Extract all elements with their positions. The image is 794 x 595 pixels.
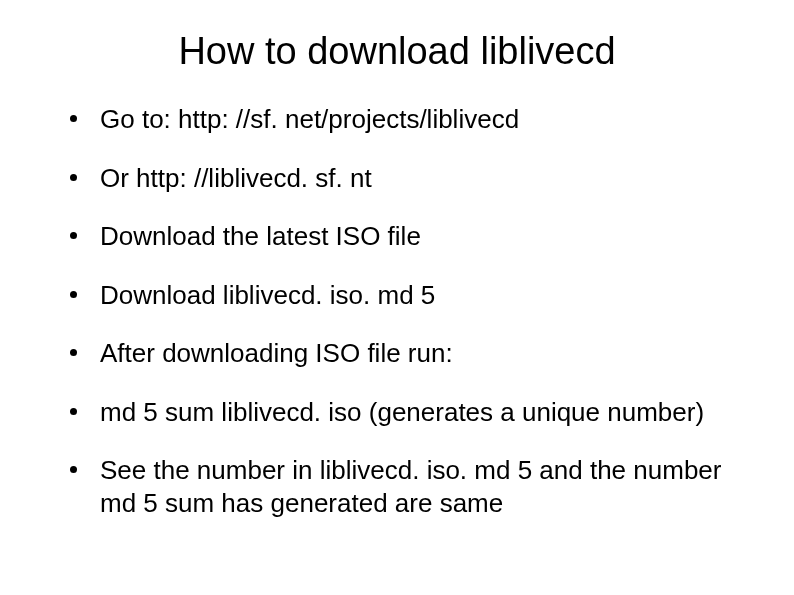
list-item: After downloading ISO file run:	[70, 337, 744, 370]
list-item: Or http: //liblivecd. sf. nt	[70, 162, 744, 195]
list-item: Download liblivecd. iso. md 5	[70, 279, 744, 312]
list-item: See the number in liblivecd. iso. md 5 a…	[70, 454, 744, 519]
list-item: Download the latest ISO file	[70, 220, 744, 253]
page-title: How to download liblivecd	[40, 30, 754, 73]
list-item: md 5 sum liblivecd. iso (generates a uni…	[70, 396, 744, 429]
slide: How to download liblivecd Go to: http: /…	[0, 0, 794, 595]
bullet-list: Go to: http: //sf. net/projects/liblivec…	[40, 103, 754, 519]
list-item: Go to: http: //sf. net/projects/liblivec…	[70, 103, 744, 136]
